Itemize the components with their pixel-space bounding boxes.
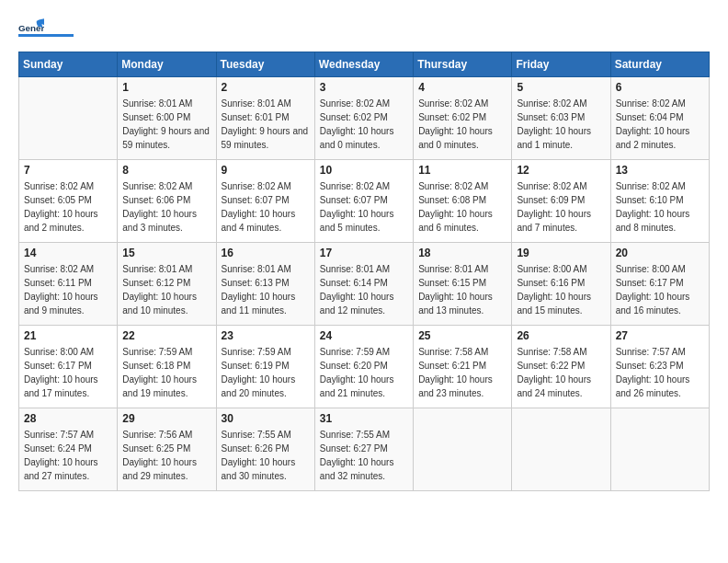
day-info: Sunrise: 7:55 AMSunset: 6:26 PMDaylight:… xyxy=(222,428,310,483)
calendar-cell: 18Sunrise: 8:01 AMSunset: 6:15 PMDayligh… xyxy=(414,243,512,326)
day-number: 23 xyxy=(222,329,310,342)
calendar-cell: 8Sunrise: 8:02 AMSunset: 6:06 PMDaylight… xyxy=(118,160,216,243)
day-info: Sunrise: 8:02 AMSunset: 6:05 PMDaylight:… xyxy=(24,179,112,235)
calendar-cell: 1Sunrise: 8:01 AMSunset: 6:00 PMDaylight… xyxy=(118,77,216,160)
weekday-header-sunday: Sunday xyxy=(19,52,118,77)
weekday-header-monday: Monday xyxy=(118,52,216,77)
day-number: 19 xyxy=(517,247,605,259)
calendar-cell xyxy=(414,408,512,491)
calendar-week-3: 14Sunrise: 8:02 AMSunset: 6:11 PMDayligh… xyxy=(19,243,710,326)
weekday-header-tuesday: Tuesday xyxy=(216,52,314,77)
day-number: 2 xyxy=(222,81,310,94)
weekday-header-wednesday: Wednesday xyxy=(314,52,413,77)
day-number: 21 xyxy=(24,329,112,342)
calendar-cell: 9Sunrise: 8:02 AMSunset: 6:07 PMDaylight… xyxy=(216,160,314,243)
calendar-cell: 3Sunrise: 8:02 AMSunset: 6:02 PMDaylight… xyxy=(314,77,413,160)
day-info: Sunrise: 8:02 AMSunset: 6:02 PMDaylight:… xyxy=(320,97,408,152)
calendar-cell: 4Sunrise: 8:02 AMSunset: 6:02 PMDaylight… xyxy=(414,77,512,160)
calendar-cell: 22Sunrise: 7:59 AMSunset: 6:18 PMDayligh… xyxy=(118,326,216,408)
calendar-cell: 6Sunrise: 8:02 AMSunset: 6:04 PMDaylight… xyxy=(610,77,709,160)
day-info: Sunrise: 8:01 AMSunset: 6:00 PMDaylight:… xyxy=(122,97,210,152)
day-number: 13 xyxy=(616,164,704,177)
day-number: 3 xyxy=(320,81,408,94)
day-number: 1 xyxy=(122,81,210,94)
day-number: 8 xyxy=(122,164,210,177)
calendar-cell: 10Sunrise: 8:02 AMSunset: 6:07 PMDayligh… xyxy=(314,160,413,243)
weekday-header-friday: Friday xyxy=(512,52,610,77)
day-info: Sunrise: 7:55 AMSunset: 6:27 PMDaylight:… xyxy=(320,428,408,483)
weekday-header-thursday: Thursday xyxy=(414,52,512,77)
day-info: Sunrise: 7:57 AMSunset: 6:23 PMDaylight:… xyxy=(616,345,704,400)
calendar-cell: 19Sunrise: 8:00 AMSunset: 6:16 PMDayligh… xyxy=(512,243,610,326)
day-info: Sunrise: 8:02 AMSunset: 6:11 PMDaylight:… xyxy=(24,262,112,317)
day-info: Sunrise: 7:58 AMSunset: 6:22 PMDaylight:… xyxy=(517,345,605,400)
day-info: Sunrise: 8:01 AMSunset: 6:15 PMDaylight:… xyxy=(418,262,506,317)
calendar-week-1: 1Sunrise: 8:01 AMSunset: 6:00 PMDaylight… xyxy=(19,77,710,160)
calendar-cell: 21Sunrise: 8:00 AMSunset: 6:17 PMDayligh… xyxy=(19,326,118,408)
day-number: 15 xyxy=(122,247,210,259)
day-info: Sunrise: 8:02 AMSunset: 6:10 PMDaylight:… xyxy=(616,179,704,235)
day-info: Sunrise: 7:59 AMSunset: 6:19 PMDaylight:… xyxy=(222,345,310,400)
day-info: Sunrise: 8:01 AMSunset: 6:12 PMDaylight:… xyxy=(122,262,210,317)
day-number: 31 xyxy=(320,412,408,425)
day-number: 27 xyxy=(616,329,704,342)
calendar-cell: 11Sunrise: 8:02 AMSunset: 6:08 PMDayligh… xyxy=(414,160,512,243)
page-header: General xyxy=(18,18,710,37)
calendar-cell: 25Sunrise: 7:58 AMSunset: 6:21 PMDayligh… xyxy=(414,326,512,408)
calendar-cell: 12Sunrise: 8:02 AMSunset: 6:09 PMDayligh… xyxy=(512,160,610,243)
day-number: 28 xyxy=(24,412,112,425)
day-number: 10 xyxy=(320,164,408,177)
calendar-week-4: 21Sunrise: 8:00 AMSunset: 6:17 PMDayligh… xyxy=(19,326,710,408)
calendar-cell xyxy=(19,77,118,160)
day-number: 6 xyxy=(616,81,704,94)
logo: General xyxy=(18,18,74,37)
calendar-week-5: 28Sunrise: 7:57 AMSunset: 6:24 PMDayligh… xyxy=(19,408,710,491)
day-info: Sunrise: 8:02 AMSunset: 6:07 PMDaylight:… xyxy=(320,179,408,235)
day-number: 26 xyxy=(517,329,605,342)
calendar-cell xyxy=(512,408,610,491)
day-number: 22 xyxy=(122,329,210,342)
day-info: Sunrise: 7:56 AMSunset: 6:25 PMDaylight:… xyxy=(122,428,210,483)
weekday-header-row: SundayMondayTuesdayWednesdayThursdayFrid… xyxy=(19,52,710,77)
day-info: Sunrise: 8:01 AMSunset: 6:01 PMDaylight:… xyxy=(222,97,310,152)
calendar-cell: 7Sunrise: 8:02 AMSunset: 6:05 PMDaylight… xyxy=(19,160,118,243)
calendar-cell: 24Sunrise: 7:59 AMSunset: 6:20 PMDayligh… xyxy=(314,326,413,408)
day-number: 17 xyxy=(320,247,408,259)
calendar-table: SundayMondayTuesdayWednesdayThursdayFrid… xyxy=(18,52,710,491)
day-number: 16 xyxy=(222,247,310,259)
calendar-cell xyxy=(610,408,709,491)
day-number: 9 xyxy=(222,164,310,177)
calendar-cell: 26Sunrise: 7:58 AMSunset: 6:22 PMDayligh… xyxy=(512,326,610,408)
calendar-cell: 28Sunrise: 7:57 AMSunset: 6:24 PMDayligh… xyxy=(19,408,118,491)
day-number: 4 xyxy=(418,81,506,94)
calendar-cell: 5Sunrise: 8:02 AMSunset: 6:03 PMDaylight… xyxy=(512,77,610,160)
calendar-cell: 31Sunrise: 7:55 AMSunset: 6:27 PMDayligh… xyxy=(314,408,413,491)
calendar-cell: 29Sunrise: 7:56 AMSunset: 6:25 PMDayligh… xyxy=(118,408,216,491)
day-info: Sunrise: 8:02 AMSunset: 6:08 PMDaylight:… xyxy=(418,179,506,235)
calendar-cell: 2Sunrise: 8:01 AMSunset: 6:01 PMDaylight… xyxy=(216,77,314,160)
day-number: 11 xyxy=(418,164,506,177)
day-number: 14 xyxy=(24,247,112,259)
day-number: 30 xyxy=(222,412,310,425)
day-number: 18 xyxy=(418,247,506,259)
day-info: Sunrise: 8:02 AMSunset: 6:07 PMDaylight:… xyxy=(222,179,310,235)
calendar-cell: 16Sunrise: 8:01 AMSunset: 6:13 PMDayligh… xyxy=(216,243,314,326)
day-info: Sunrise: 8:01 AMSunset: 6:14 PMDaylight:… xyxy=(320,262,408,317)
day-number: 24 xyxy=(320,329,408,342)
day-info: Sunrise: 8:02 AMSunset: 6:02 PMDaylight:… xyxy=(418,97,506,152)
day-info: Sunrise: 7:58 AMSunset: 6:21 PMDaylight:… xyxy=(418,345,506,400)
day-info: Sunrise: 8:00 AMSunset: 6:17 PMDaylight:… xyxy=(24,345,112,400)
calendar-cell: 23Sunrise: 7:59 AMSunset: 6:19 PMDayligh… xyxy=(216,326,314,408)
day-info: Sunrise: 8:02 AMSunset: 6:04 PMDaylight:… xyxy=(616,97,704,152)
calendar-cell: 17Sunrise: 8:01 AMSunset: 6:14 PMDayligh… xyxy=(314,243,413,326)
day-info: Sunrise: 8:00 AMSunset: 6:16 PMDaylight:… xyxy=(517,262,605,317)
day-info: Sunrise: 7:59 AMSunset: 6:20 PMDaylight:… xyxy=(320,345,408,400)
calendar-cell: 13Sunrise: 8:02 AMSunset: 6:10 PMDayligh… xyxy=(610,160,709,243)
calendar-cell: 30Sunrise: 7:55 AMSunset: 6:26 PMDayligh… xyxy=(216,408,314,491)
day-info: Sunrise: 8:01 AMSunset: 6:13 PMDaylight:… xyxy=(222,262,310,317)
calendar-week-2: 7Sunrise: 8:02 AMSunset: 6:05 PMDaylight… xyxy=(19,160,710,243)
calendar-cell: 15Sunrise: 8:01 AMSunset: 6:12 PMDayligh… xyxy=(118,243,216,326)
day-info: Sunrise: 8:00 AMSunset: 6:17 PMDaylight:… xyxy=(616,262,704,317)
day-info: Sunrise: 7:59 AMSunset: 6:18 PMDaylight:… xyxy=(122,345,210,400)
day-number: 29 xyxy=(122,412,210,425)
